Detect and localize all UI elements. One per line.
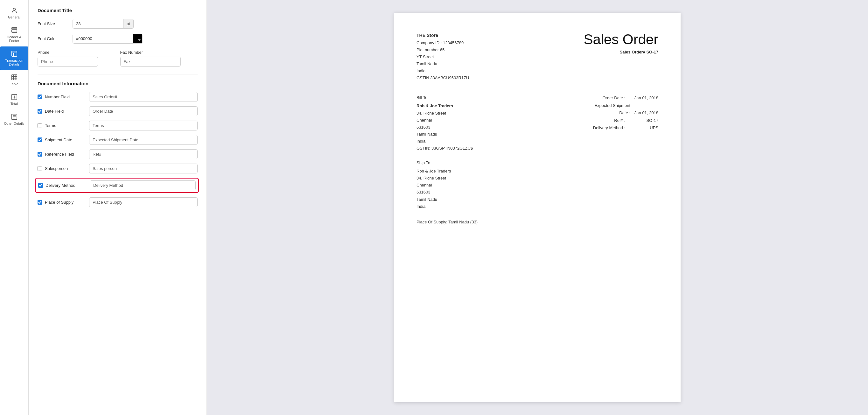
company-id: Company ID : 123456789 <box>416 39 469 47</box>
salesperson-label: Salesperson <box>45 166 68 171</box>
salesperson-checkbox-label[interactable]: Salesperson <box>37 166 85 171</box>
company-address1: Plot number 65 <box>416 47 469 54</box>
sidebar-item-header-footer[interactable]: Header & Footer <box>0 23 28 47</box>
terms-checkbox[interactable] <box>37 123 42 128</box>
shipment-date-label: Shipment Date <box>45 138 72 142</box>
phone-label: Phone <box>37 50 115 55</box>
sidebar-item-general[interactable]: General <box>0 3 28 23</box>
delivery-method-checkbox[interactable] <box>38 183 43 188</box>
place-of-supply-checkbox-label[interactable]: Place of Supply <box>37 200 85 205</box>
reference-field-checkbox[interactable] <box>37 152 42 156</box>
company-gstin: GSTIN 33AABCU9603R1ZU <box>416 75 469 82</box>
delivery-method-detail-row: Delivery Method : UPS <box>593 124 658 131</box>
number-field-row: Number Field <box>37 92 197 102</box>
sidebar-label-table: Table <box>10 82 18 86</box>
fax-input[interactable] <box>120 57 181 66</box>
date-field-checkbox-label[interactable]: Date Field <box>37 109 85 114</box>
phone-fax-row: Phone Fax Number <box>37 50 197 66</box>
number-field-input[interactable] <box>89 92 197 102</box>
date-field-checkbox[interactable] <box>37 109 42 114</box>
doc-header: THE Store Company ID : 123456789 Plot nu… <box>416 32 658 82</box>
delivery-method-row: Delivery Method <box>35 178 199 193</box>
preview-area: THE Store Company ID : 123456789 Plot nu… <box>207 0 868 415</box>
order-details-block: Order Date : Jan 01, 2018 Expected Shipm… <box>593 94 658 210</box>
date-field-row: Date Field <box>37 106 197 116</box>
ship-to-heading: Ship To <box>416 159 473 167</box>
ref-label: Ref# : <box>614 117 625 124</box>
ship-to-block: Ship To Rob & Joe Traders 34, Riche Stre… <box>416 159 473 210</box>
delivery-method-input[interactable] <box>90 180 196 190</box>
sidebar-item-other-details[interactable]: Other Details <box>0 110 28 129</box>
phone-input[interactable] <box>37 57 98 66</box>
font-color-row: Font Color <box>37 34 197 43</box>
svg-point-0 <box>13 8 15 10</box>
document-title-section-heading: Document Title <box>37 8 197 13</box>
shipment-date-checkbox-label[interactable]: Shipment Date <box>37 138 85 142</box>
delivery-method-label: Delivery Method <box>45 183 75 188</box>
date-field-label: Date Field <box>45 109 64 114</box>
sidebar-label-general: General <box>8 15 20 19</box>
sidebar-item-total[interactable]: Total <box>0 90 28 110</box>
salesperson-checkbox[interactable] <box>37 166 42 171</box>
reference-field-row: Reference Field <box>37 149 197 159</box>
sidebar-item-transaction-details[interactable]: Transaction Details <box>0 47 28 70</box>
salesperson-input[interactable] <box>89 164 197 173</box>
place-of-supply-input[interactable] <box>89 197 197 207</box>
number-field-checkbox-label[interactable]: Number Field <box>37 94 85 99</box>
shipment-date-detail-row: Expected ShipmentDate : Jan 01, 2018 <box>593 102 658 117</box>
sidebar-item-table[interactable]: Table <box>0 70 28 90</box>
delivery-method-checkbox-label[interactable]: Delivery Method <box>38 183 86 188</box>
transaction-icon <box>11 50 18 57</box>
number-field-checkbox[interactable] <box>37 94 42 99</box>
general-icon <box>11 7 18 14</box>
shipment-date-input[interactable] <box>89 135 197 145</box>
font-size-row: Font Size pt <box>37 19 197 29</box>
shipment-date-detail-label: Expected ShipmentDate : <box>594 102 630 117</box>
sidebar-label-header-footer: Header & Footer <box>3 35 26 42</box>
terms-input[interactable] <box>89 121 197 130</box>
number-field-label: Number Field <box>45 94 70 99</box>
color-input-wrap <box>72 34 143 43</box>
terms-row: Terms <box>37 121 197 130</box>
bill-to-city: Chennai <box>416 117 473 124</box>
reference-field-input[interactable] <box>89 149 197 159</box>
table-icon <box>11 74 18 81</box>
doc-order-number: Sales Order# SO-17 <box>584 50 658 54</box>
fax-col: Fax Number <box>120 50 198 66</box>
sidebar-label-transaction: Transaction Details <box>3 59 26 66</box>
reference-field-label: Reference Field <box>45 152 74 156</box>
divider <box>37 74 197 75</box>
address-left: Bill To Rob & Joe Traders 34, Riche Stre… <box>416 94 473 210</box>
company-name: THE Store <box>416 32 469 39</box>
color-swatch[interactable] <box>133 34 143 43</box>
doc-title-block: Sales Order Sales Order# SO-17 <box>584 32 658 54</box>
salesperson-row: Salesperson <box>37 164 197 173</box>
ref-row: Ref# : SO-17 <box>593 117 658 124</box>
ship-to-pincode: 631603 <box>416 189 473 196</box>
svg-rect-2 <box>11 30 17 32</box>
bill-to-gstin: GSTIN: 33GSPTN0372G1ZC$ <box>416 145 473 152</box>
place-of-supply-row: Place of Supply <box>37 197 197 207</box>
fax-label: Fax Number <box>120 50 198 55</box>
settings-panel: Document Title Font Size pt Font Color P… <box>29 0 207 415</box>
reference-field-checkbox-label[interactable]: Reference Field <box>37 152 85 156</box>
other-details-icon <box>11 113 18 120</box>
sidebar-label-total: Total <box>10 102 18 106</box>
ship-to-name: Rob & Joe Traders <box>416 168 473 175</box>
ship-to-city: Chennai <box>416 182 473 189</box>
place-of-supply-label: Place of Supply <box>45 200 73 205</box>
bill-to-name: Rob & Joe Traders <box>416 102 473 110</box>
terms-checkbox-label[interactable]: Terms <box>37 123 85 128</box>
font-color-input[interactable] <box>72 34 133 43</box>
date-field-input[interactable] <box>89 106 197 116</box>
place-of-supply-text: Place Of Supply: Tamil Nadu (33) <box>416 219 658 225</box>
addresses-section: Bill To Rob & Joe Traders 34, Riche Stre… <box>416 94 658 210</box>
shipment-date-checkbox[interactable] <box>37 138 42 142</box>
ship-to-address1: 34, Riche Street <box>416 175 473 182</box>
phone-col: Phone <box>37 50 115 66</box>
place-of-supply-checkbox[interactable] <box>37 200 42 205</box>
font-size-input[interactable] <box>72 19 123 29</box>
svg-rect-1 <box>11 28 17 29</box>
bill-to-address1: 34, Riche Street <box>416 110 473 117</box>
bill-to-heading: Bill To <box>416 94 473 101</box>
